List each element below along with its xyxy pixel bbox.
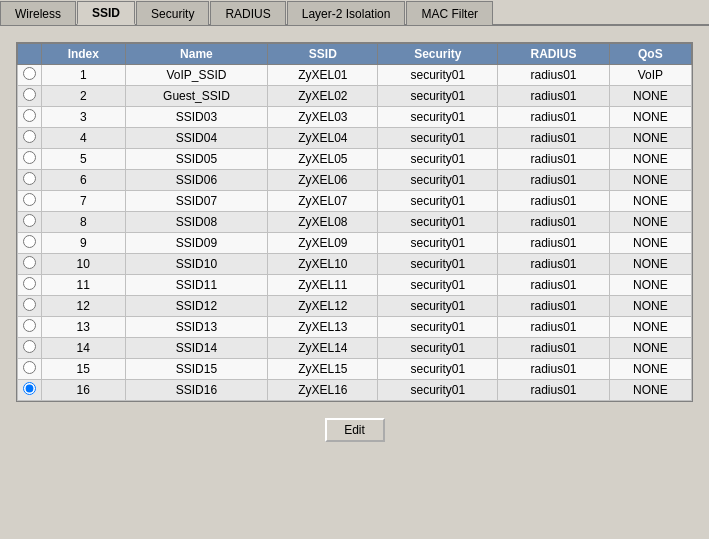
cell-qos: NONE bbox=[609, 170, 691, 191]
radio-cell[interactable] bbox=[18, 149, 42, 170]
cell-index: 5 bbox=[42, 149, 126, 170]
row-radio-12[interactable] bbox=[23, 298, 36, 311]
row-radio-4[interactable] bbox=[23, 130, 36, 143]
cell-ssid: ZyXEL07 bbox=[268, 191, 378, 212]
tab-layer-2-isolation[interactable]: Layer-2 Isolation bbox=[287, 1, 406, 25]
cell-index: 3 bbox=[42, 107, 126, 128]
table-row: 1VoIP_SSIDZyXEL01security01radius01VoIP bbox=[18, 65, 692, 86]
cell-security: security01 bbox=[378, 212, 498, 233]
cell-name: SSID03 bbox=[125, 107, 268, 128]
row-radio-15[interactable] bbox=[23, 361, 36, 374]
cell-security: security01 bbox=[378, 170, 498, 191]
cell-ssid: ZyXEL14 bbox=[268, 338, 378, 359]
cell-index: 2 bbox=[42, 86, 126, 107]
radio-cell[interactable] bbox=[18, 128, 42, 149]
table-row: 2Guest_SSIDZyXEL02security01radius01NONE bbox=[18, 86, 692, 107]
cell-security: security01 bbox=[378, 149, 498, 170]
cell-qos: NONE bbox=[609, 275, 691, 296]
cell-ssid: ZyXEL05 bbox=[268, 149, 378, 170]
cell-security: security01 bbox=[378, 254, 498, 275]
row-radio-3[interactable] bbox=[23, 109, 36, 122]
row-radio-9[interactable] bbox=[23, 235, 36, 248]
radio-cell[interactable] bbox=[18, 191, 42, 212]
tab-radius[interactable]: RADIUS bbox=[210, 1, 285, 25]
cell-radius: radius01 bbox=[498, 212, 609, 233]
cell-qos: NONE bbox=[609, 338, 691, 359]
cell-name: SSID10 bbox=[125, 254, 268, 275]
radio-cell[interactable] bbox=[18, 359, 42, 380]
cell-name: SSID06 bbox=[125, 170, 268, 191]
radio-cell[interactable] bbox=[18, 233, 42, 254]
row-radio-8[interactable] bbox=[23, 214, 36, 227]
radio-cell[interactable] bbox=[18, 170, 42, 191]
cell-index: 1 bbox=[42, 65, 126, 86]
row-radio-11[interactable] bbox=[23, 277, 36, 290]
cell-security: security01 bbox=[378, 317, 498, 338]
row-radio-1[interactable] bbox=[23, 67, 36, 80]
cell-radius: radius01 bbox=[498, 170, 609, 191]
cell-security: security01 bbox=[378, 275, 498, 296]
table-row: 15SSID15ZyXEL15security01radius01NONE bbox=[18, 359, 692, 380]
cell-index: 12 bbox=[42, 296, 126, 317]
tab-mac-filter[interactable]: MAC Filter bbox=[406, 1, 493, 25]
radio-cell[interactable] bbox=[18, 86, 42, 107]
ssid-table: Index Name SSID Security RADIUS QoS 1VoI… bbox=[17, 43, 692, 401]
table-row: 3SSID03ZyXEL03security01radius01NONE bbox=[18, 107, 692, 128]
cell-security: security01 bbox=[378, 107, 498, 128]
cell-name: SSID05 bbox=[125, 149, 268, 170]
cell-ssid: ZyXEL09 bbox=[268, 233, 378, 254]
cell-radius: radius01 bbox=[498, 359, 609, 380]
radio-cell[interactable] bbox=[18, 338, 42, 359]
table-row: 12SSID12ZyXEL12security01radius01NONE bbox=[18, 296, 692, 317]
cell-radius: radius01 bbox=[498, 254, 609, 275]
row-radio-16[interactable] bbox=[23, 382, 36, 395]
table-row: 13SSID13ZyXEL13security01radius01NONE bbox=[18, 317, 692, 338]
radio-cell[interactable] bbox=[18, 275, 42, 296]
row-radio-5[interactable] bbox=[23, 151, 36, 164]
radio-cell[interactable] bbox=[18, 317, 42, 338]
row-radio-7[interactable] bbox=[23, 193, 36, 206]
cell-name: SSID13 bbox=[125, 317, 268, 338]
radio-cell[interactable] bbox=[18, 107, 42, 128]
cell-name: SSID09 bbox=[125, 233, 268, 254]
cell-qos: NONE bbox=[609, 317, 691, 338]
radio-cell[interactable] bbox=[18, 296, 42, 317]
row-radio-10[interactable] bbox=[23, 256, 36, 269]
cell-index: 8 bbox=[42, 212, 126, 233]
table-row: 9SSID09ZyXEL09security01radius01NONE bbox=[18, 233, 692, 254]
cell-ssid: ZyXEL08 bbox=[268, 212, 378, 233]
cell-name: SSID11 bbox=[125, 275, 268, 296]
cell-name: SSID08 bbox=[125, 212, 268, 233]
cell-security: security01 bbox=[378, 86, 498, 107]
edit-button[interactable]: Edit bbox=[325, 418, 385, 442]
cell-name: VoIP_SSID bbox=[125, 65, 268, 86]
cell-qos: NONE bbox=[609, 86, 691, 107]
radio-cell[interactable] bbox=[18, 65, 42, 86]
row-radio-2[interactable] bbox=[23, 88, 36, 101]
cell-name: SSID04 bbox=[125, 128, 268, 149]
cell-qos: NONE bbox=[609, 359, 691, 380]
cell-ssid: ZyXEL03 bbox=[268, 107, 378, 128]
row-radio-6[interactable] bbox=[23, 172, 36, 185]
cell-radius: radius01 bbox=[498, 191, 609, 212]
radio-cell[interactable] bbox=[18, 254, 42, 275]
cell-name: SSID07 bbox=[125, 191, 268, 212]
cell-index: 10 bbox=[42, 254, 126, 275]
cell-security: security01 bbox=[378, 380, 498, 401]
cell-qos: NONE bbox=[609, 107, 691, 128]
cell-qos: NONE bbox=[609, 191, 691, 212]
table-header-row: Index Name SSID Security RADIUS QoS bbox=[18, 44, 692, 65]
cell-name: SSID16 bbox=[125, 380, 268, 401]
tab-security[interactable]: Security bbox=[136, 1, 209, 25]
cell-ssid: ZyXEL06 bbox=[268, 170, 378, 191]
col-header-select bbox=[18, 44, 42, 65]
tab-bar: WirelessSSIDSecurityRADIUSLayer-2 Isolat… bbox=[0, 0, 709, 26]
tab-ssid[interactable]: SSID bbox=[77, 1, 135, 25]
tab-wireless[interactable]: Wireless bbox=[0, 1, 76, 25]
cell-security: security01 bbox=[378, 359, 498, 380]
radio-cell[interactable] bbox=[18, 380, 42, 401]
radio-cell[interactable] bbox=[18, 212, 42, 233]
row-radio-14[interactable] bbox=[23, 340, 36, 353]
row-radio-13[interactable] bbox=[23, 319, 36, 332]
cell-ssid: ZyXEL02 bbox=[268, 86, 378, 107]
